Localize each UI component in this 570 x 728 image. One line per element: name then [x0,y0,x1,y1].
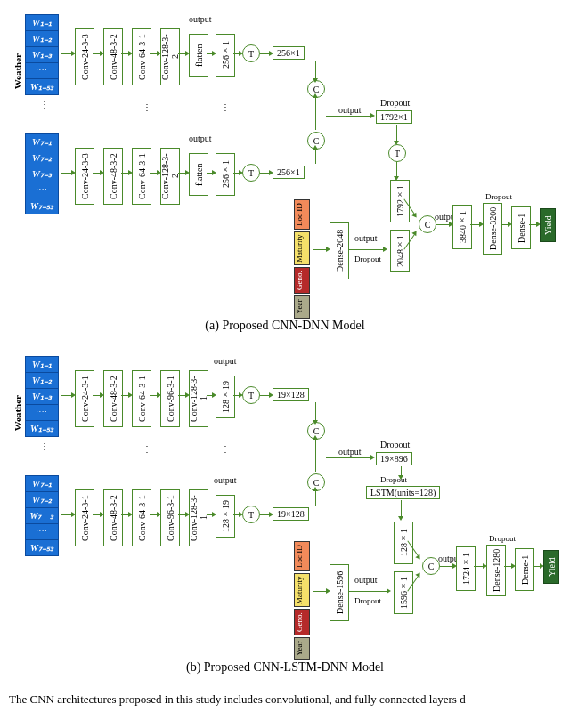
w-item: W₇ ₃ [25,507,59,524]
arrow-icon [533,566,540,567]
arrow-icon [396,162,397,176]
w-item: W₇₋₂ [25,150,59,166]
arrow-icon [61,53,71,54]
weather-label: Weather [12,395,23,431]
conv-block: Conv-48-3-2 [103,489,123,546]
arrow-icon [436,224,449,225]
vec-block: 256×1 [216,153,235,196]
dropout-label: Dropout [354,596,381,605]
dense-block: Dense-1596 [330,564,349,621]
arrow-icon [260,395,269,396]
dropout-label: Dropout [354,255,381,263]
vec-box: 19×128 [273,507,309,521]
conv-block: Conv-24-3-3 [75,28,94,85]
conv-block: Conv-64-3-1 [132,148,151,205]
arrow-icon [61,514,71,515]
conv-block: Conv-48-3-2 [103,148,123,205]
vec-box: 19×896 [376,452,412,465]
arrow-icon [349,591,387,592]
conv-block: Conv-48-3-2 [103,28,123,85]
w-item: W₁₋₂ [25,372,59,389]
arrow-icon [470,224,479,225]
arrow-icon [315,98,316,130]
arrow-icon [150,173,157,174]
arrow-icon [178,395,185,396]
w-item: W₇₋₁ [25,133,59,150]
w-dots: .... [25,404,59,421]
arrow-icon [178,173,185,174]
vec-block: 1792×1 [390,180,410,222]
vec-block: 3840×1 [452,205,472,249]
w-item: W₁₋₃ [25,388,59,405]
arrow-icon [207,395,212,396]
output-label: output [214,356,237,366]
w-item: W₁₋₅₃ [25,78,59,95]
conv-block: Conv-64-3-1 [132,28,151,85]
ellipsis-icon: ⋮ [142,102,151,112]
vec-block: 2048×1 [390,230,410,272]
output-label: output [189,14,212,24]
lstm-block: LSTM(units=128) [366,486,440,499]
arrow-icon [93,173,100,174]
arrow-icon [233,514,239,515]
weather-label: Weather [12,53,23,89]
vec-box: 1792×1 [376,110,412,124]
feat-loc: Loc ID [294,541,310,571]
w-dots: .... [25,62,59,79]
feat-mat: Maturity [294,231,310,265]
arrow-icon [314,249,326,250]
conv-block: Conv-64-3-1 [132,370,151,427]
arrow-icon [401,500,402,516]
vec-block: 128×1 [394,522,413,564]
weather-group-2: W₇₋₁ W₇₋₂ W₇₋₃ .... W₇₋₅₃ [25,133,59,214]
dense-block: Dense-1 [511,206,531,249]
ellipsis-icon: ⋮ [40,441,49,451]
conv-block: Conv-128-3-2 [160,148,180,205]
concat-op: C [419,215,436,233]
arrow-icon [401,466,402,475]
w-item: W₇₋₅₃ [25,198,59,214]
vec-block: 1724×1 [456,546,476,591]
feature-stack: Loc ID Maturity Geno. Year [294,541,310,662]
transpose-op: T [242,506,260,523]
vec-box: 19×128 [273,388,309,401]
model-a-container: Weather W₁₋₁ W₁₋₂ W₁₋₃ .... W₁₋₅₃ ⋮ W₇₋₁… [9,9,561,333]
dropout-label: Dropout [380,475,407,484]
arrow-icon [150,53,157,54]
arrow-icon [121,53,128,54]
arrow-icon [260,514,269,515]
arrow-icon [207,514,212,515]
conv-block: Conv-48-3-2 [103,370,123,427]
model-a-diagram: Weather W₁₋₁ W₁₋₂ W₁₋₃ .... W₁₋₅₃ ⋮ W₇₋₁… [9,9,561,311]
ellipsis-icon: ⋮ [221,102,230,112]
w-dots: .... [25,182,59,198]
w-item: W₁₋₁ [25,14,59,31]
arrow-icon [150,395,157,396]
arrow-icon [61,395,71,396]
arrow-icon [93,395,100,396]
concat-op: C [422,557,440,575]
arrow-icon [326,457,370,458]
arrow-icon [121,395,128,396]
dense-block: Dense-1280 [486,545,506,596]
arrow-icon [504,566,511,567]
arrow-icon [474,566,483,567]
feat-mat: Maturity [294,573,310,607]
output-label: output [338,447,362,457]
w-item: W₁₋₁ [25,356,59,373]
output-label: output [338,105,362,115]
flatten-block: flatten [189,34,208,77]
feat-gen: Geno. [294,609,310,635]
arrow-icon [207,173,212,174]
dense-block: Dense-3200 [483,203,502,255]
w-item: W₇₋₅₃ [25,539,59,556]
vec-box: 256×1 [273,46,305,60]
weather-group-1: W₁₋₁ W₁₋₂ W₁₋₃ .... W₁₋₅₃ [25,356,59,436]
ellipsis-icon: ⋮ [40,100,49,109]
arrow-icon [207,53,212,54]
conv-block: Conv-96-3-1 [160,489,180,546]
conv-block: Conv-24-3-3 [75,148,94,205]
arrow-icon [61,173,71,174]
conv-block: Conv-24-3-1 [75,370,94,427]
arrow-icon [349,249,383,250]
